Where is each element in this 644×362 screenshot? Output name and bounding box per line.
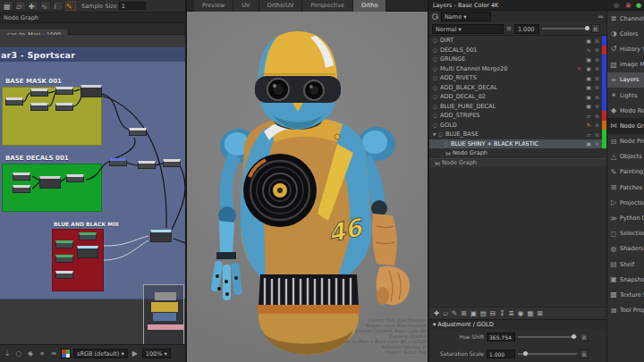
add-group-icon[interactable]: ▱ (443, 309, 448, 317)
import-icon[interactable]: ↧ (499, 309, 504, 317)
dock-item-texture-sets[interactable]: ▩Texture Sets (607, 287, 644, 302)
layer-row[interactable]: ○ ADD_DECAL_02 ▣ ≋ (429, 92, 606, 102)
diamond-icon[interactable]: ◈ (26, 349, 35, 358)
graph-node[interactable] (55, 255, 73, 263)
blend-options-icon[interactable]: ≡ (506, 25, 512, 32)
visibility-icon[interactable]: ○ (433, 47, 440, 53)
reset-button[interactable]: R (580, 333, 589, 341)
visibility-icon[interactable]: ○ (444, 141, 451, 147)
add-mask-icon[interactable]: ▤ (480, 309, 487, 317)
graph-node[interactable] (55, 271, 73, 279)
eyedropper-icon[interactable]: ✎ (65, 1, 76, 11)
layer-row[interactable]: ○ DECALS_001 ∿ ≋ (429, 46, 606, 55)
graph-node[interactable] (13, 185, 30, 193)
detach-icon[interactable]: ◎ (614, 2, 619, 9)
zoom-dropdown[interactable]: 100% ▾ (142, 349, 171, 358)
visibility-icon[interactable]: ○ (433, 66, 440, 72)
thumbnail-icon[interactable]: ▦ (527, 309, 533, 317)
sample-size-input[interactable] (119, 2, 146, 10)
play-icon[interactable]: ▶ (131, 349, 140, 358)
layer-row[interactable]: ○ ADD_STRIPES ▱ ≋ (429, 111, 606, 121)
graph-node[interactable] (109, 158, 127, 166)
saturation-scale-slider[interactable] (518, 353, 577, 355)
visibility-icon[interactable]: ○ (433, 122, 440, 128)
layer-row-selected[interactable]: ○ BLUE SHINY + BLACK PLASTIC ▣ ≋ (429, 139, 606, 149)
dock-item-layers[interactable]: ≡Layers (607, 72, 644, 88)
add-layer-icon[interactable]: ✚ (434, 309, 439, 317)
graph-node[interactable] (80, 85, 102, 97)
snap-icon[interactable]: ⇣ (3, 349, 12, 358)
add-node-icon[interactable]: ✚ (28, 1, 38, 11)
visibility-icon[interactable]: ○ (433, 38, 440, 43)
graph-node[interactable] (55, 87, 73, 95)
tab-preview[interactable]: Preview (194, 0, 233, 12)
visibility-icon[interactable]: ○ (433, 113, 440, 118)
add-procedural-icon[interactable]: ⊞ (461, 309, 466, 317)
lasso-icon[interactable]: ≀ (53, 1, 64, 11)
tab-ortho[interactable]: Ortho (353, 0, 386, 12)
merge-icon[interactable]: ⊟ (490, 309, 496, 317)
dock-item-patches[interactable]: ⊞Patches (607, 180, 644, 195)
graph-node[interactable] (79, 232, 97, 240)
saturation-scale-field[interactable]: 1.000 (487, 349, 515, 358)
tab-ortho-uv[interactable]: Ortho/UV (259, 0, 303, 12)
graph-node[interactable] (5, 97, 23, 105)
add-adjustment-icon[interactable]: ▣ (470, 309, 477, 317)
list-options-icon[interactable]: ≣ (508, 309, 513, 317)
copy-icon[interactable]: ▱ (15, 1, 26, 11)
layer-row[interactable]: ○ BLUE_PURE_DECAL ▣ ≋ (429, 102, 606, 112)
dock-item-lights[interactable]: ☀Lights (607, 88, 644, 103)
layer-row[interactable]: ▼ ○ BLUE_BASE ▱ ≋ (429, 130, 606, 139)
dock-item-painting[interactable]: ✎Painting (607, 164, 644, 180)
node-graph-minimap[interactable] (143, 284, 184, 344)
layer-filter-dropdown[interactable]: Name ▾ (441, 12, 491, 21)
layer-row-nodegraph[interactable]: ⋈ Node Graph (429, 158, 606, 168)
layer-row[interactable]: ○ GOLD ✎ ≋ (429, 121, 606, 130)
dock-item-history-view[interactable]: ↺History View (607, 41, 644, 56)
visibility-icon[interactable]: ○ (433, 75, 440, 80)
graph-node[interactable] (30, 88, 48, 97)
layer-row-nodegraph[interactable]: ⋈ Node Graph (429, 148, 606, 158)
viewport-canvas[interactable]: SOLAR 46 (187, 12, 429, 362)
list-icon[interactable]: ≡ (49, 349, 58, 358)
cache-icon[interactable]: ◉ (518, 309, 524, 317)
hue-shift-slider[interactable] (518, 336, 577, 338)
visibility-icon[interactable]: ○ (433, 104, 440, 109)
filter-menu-icon[interactable]: ≔ (597, 13, 604, 21)
layer-row[interactable]: ○ ADD_RIVETS ▣ ≋ (429, 73, 606, 83)
delete-layer-icon[interactable]: ⊠ (537, 309, 542, 317)
graph-node[interactable] (129, 128, 147, 136)
dock-item-selection-groups[interactable]: ◻Selection Groups (607, 226, 644, 241)
enabled-icon[interactable]: ● (636, 2, 641, 9)
add-paint-icon[interactable]: ✎ (452, 309, 457, 317)
visibility-icon[interactable]: ○ (438, 131, 445, 137)
colorspace-dropdown[interactable]: sRGB (default) ▾ (73, 349, 128, 358)
layer-row[interactable]: ○ Multi Channel Merge20 ✕ ◉ ≋ (429, 64, 606, 74)
dock-item-channels[interactable]: ≣Channels (607, 11, 644, 26)
wire-icon[interactable]: ∿ (40, 1, 51, 11)
dock-item-snapshots[interactable]: ▣Snapshots (607, 272, 644, 287)
color-swatch[interactable] (61, 349, 71, 358)
visibility-icon[interactable]: ○ (433, 56, 440, 62)
close-icon[interactable]: ▣ (625, 2, 631, 9)
graph-node[interactable] (163, 159, 181, 167)
dock-item-image-manager[interactable]: ▧Image Manager (607, 57, 644, 72)
dock-item-shaders[interactable]: ◍Shaders (607, 241, 644, 257)
dock-item-node-properties[interactable]: ⊟Node Properties (607, 134, 644, 149)
grid-icon[interactable]: ▦ (3, 1, 13, 11)
tab-perspective[interactable]: Perspective (302, 0, 353, 12)
robot-model[interactable]: SOLAR 46 (187, 12, 429, 362)
tab-uv[interactable]: UV (233, 0, 258, 12)
graph-node[interactable] (30, 103, 48, 111)
dock-item-node-graph[interactable]: ⋈Node Graph (607, 118, 644, 133)
reset-button[interactable]: R (580, 349, 589, 358)
dock-item-projectors[interactable]: ▷Projectors (607, 195, 644, 210)
graph-node[interactable] (39, 176, 61, 189)
layer-amount-field[interactable]: 1.000 (514, 24, 539, 34)
layer-row[interactable]: ○ GRUNGE ▣ ≋ (429, 55, 606, 64)
dock-item-python-console[interactable]: ≫Python Console (607, 210, 644, 225)
layer-row[interactable]: ○ DIRT ▣ ≋ (429, 36, 606, 46)
graph-node[interactable] (55, 240, 73, 248)
graph-node[interactable] (138, 161, 156, 169)
hue-shift-field[interactable]: 365.754 (487, 333, 515, 341)
